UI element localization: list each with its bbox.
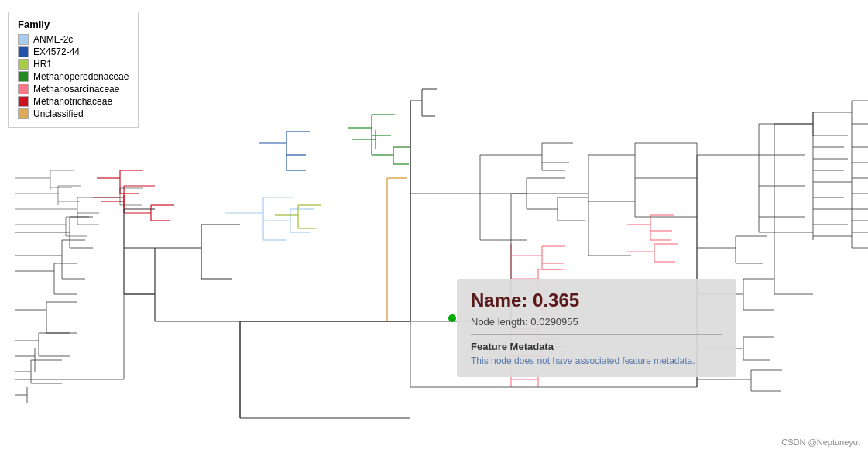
tooltip-node-length: Node length: 0.0290955 (471, 316, 722, 335)
legend-items: ANME-2cEX4572-44HR1MethanoperedenaceaeMe… (18, 34, 129, 119)
legend-item-label: Methanotrichaceae (33, 96, 112, 107)
legend-item: Methanoperedenaceae (18, 71, 129, 82)
legend-color-box (18, 46, 29, 57)
legend-color-box (18, 108, 29, 119)
legend-title: Family (18, 19, 129, 30)
legend-item-label: Methanosarcinaceae (33, 84, 119, 94)
legend-item: HR1 (18, 59, 129, 70)
legend-item-label: Unclassified (33, 108, 84, 119)
tooltip-name: Name: 0.365 (471, 290, 722, 311)
tooltip-panel: Name: 0.365 Node length: 0.0290955 Featu… (457, 279, 736, 377)
watermark: CSDN @Neptuneyut (781, 438, 860, 447)
legend-item-label: Methanoperedenaceae (33, 71, 129, 82)
legend-color-box (18, 84, 29, 94)
legend-color-box (18, 71, 29, 82)
node-dot[interactable] (448, 314, 456, 322)
legend-item-label: EX4572-44 (33, 46, 80, 57)
legend-color-box (18, 59, 29, 70)
tooltip-feature-text: This node does not have associated featu… (471, 355, 722, 366)
legend-item: Methanosarcinaceae (18, 84, 129, 94)
legend-item: EX4572-44 (18, 46, 129, 57)
legend-item-label: HR1 (33, 59, 52, 70)
legend-item: ANME-2c (18, 34, 129, 45)
legend-color-box (18, 34, 29, 45)
legend-item: Methanotrichaceae (18, 96, 129, 107)
tooltip-feature-header: Feature Metadata (471, 341, 722, 352)
legend-box: Family ANME-2cEX4572-44HR1Methanopereden… (8, 12, 139, 128)
legend-item-label: ANME-2c (33, 34, 73, 45)
legend-item: Unclassified (18, 108, 129, 119)
legend-color-box (18, 96, 29, 107)
